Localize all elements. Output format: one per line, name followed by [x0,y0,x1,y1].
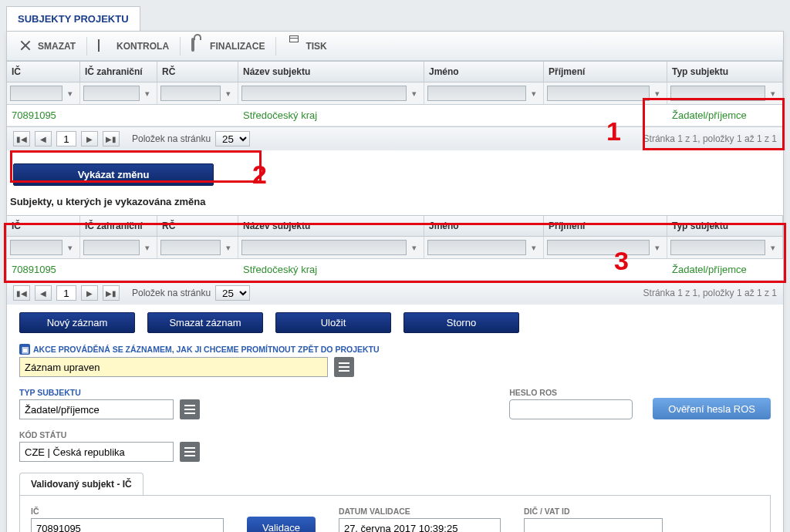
filter-ic[interactable] [10,86,62,101]
list-picker-icon[interactable] [180,399,200,419]
filter-ic-zahranicni[interactable] [83,240,140,255]
datum-validace-input[interactable] [339,518,501,532]
toolbar-kontrola[interactable]: KONTROLA [90,36,177,56]
cell-prijmeni [544,105,667,126]
ulozit-button[interactable]: Uložit [275,312,391,333]
filter-rc[interactable] [160,240,221,255]
smazat-zaznam-button[interactable]: Smazat záznam [147,312,263,333]
cell-nazev: Středočeský kraj [238,259,424,280]
filter-rc[interactable] [160,86,221,101]
pager-size-select[interactable]: 25 [215,131,250,146]
funnel-icon[interactable]: ▾ [141,240,154,255]
tab-validovany-subjekt[interactable]: Validovaný subjekt - IČ [19,473,143,495]
col-header-rc[interactable]: RČ [157,216,238,236]
table-row[interactable]: 70891095 Středočeský kraj Žadatel/příjem… [7,105,783,126]
filter-jmeno[interactable] [427,240,526,255]
toolbar-finalizace[interactable]: FINALIZACE [184,36,272,56]
funnel-icon[interactable]: ▾ [64,86,76,101]
col-header-ic-zahranicni[interactable]: IČ zahraniční [80,216,157,236]
overeni-hesla-ros-button[interactable]: Ověření hesla ROS [653,398,771,419]
typ-subjektu-input[interactable] [19,399,174,419]
funnel-icon[interactable]: ▾ [222,86,235,101]
funnel-icon[interactable]: ▾ [222,240,235,255]
pager: ▮◀ ◀ ▶ ▶▮ Položek na stránku 25 Stránka … [7,281,783,305]
heslo-ros-label: HESLO ROS [509,388,633,397]
cell-jmeno [424,259,544,280]
tab-subjekty-projektu[interactable]: SUBJEKTY PROJEKTU [6,6,140,31]
separator [86,37,87,56]
storno-button[interactable]: Storno [403,312,519,333]
annotation-2: 2 [252,160,267,190]
funnel-icon[interactable]: ▾ [64,240,76,255]
heslo-ros-input[interactable] [509,399,633,419]
toolbar-smazat[interactable]: SMAZAT [12,36,83,56]
pager: ▮◀ ◀ ▶ ▶▮ Položek na stránku 25 Stránka … [7,126,783,150]
funnel-icon[interactable]: ▾ [767,240,779,255]
filter-ic-zahranicni[interactable] [83,86,140,101]
pager-next-button[interactable]: ▶ [81,285,98,301]
lock-icon [191,39,205,53]
col-header-rc[interactable]: RČ [157,62,238,82]
col-header-typ[interactable]: Typ subjektu [667,62,783,82]
toolbar-tisk[interactable]: TISK [279,36,334,56]
list-picker-icon[interactable] [334,357,354,377]
funnel-icon[interactable]: ▾ [141,86,154,101]
datum-validace-label: DATUM VALIDACE [339,507,501,516]
annotation-1: 1 [606,116,621,146]
toolbar-kontrola-label: KONTROLA [116,41,169,52]
filter-prijmeni[interactable] [547,86,650,101]
col-header-jmeno[interactable]: Jméno [424,216,544,236]
pager-first-button[interactable]: ▮◀ [13,285,30,301]
pager-last-button[interactable]: ▶▮ [103,285,120,301]
funnel-icon[interactable]: ▾ [528,86,540,101]
dic-input[interactable] [524,518,663,532]
col-header-ic[interactable]: IČ [7,216,80,236]
pager-size-select[interactable]: 25 [215,285,250,301]
ic-input[interactable] [31,518,224,532]
col-header-nazev[interactable]: Název subjektu [238,62,424,82]
filter-typ[interactable] [670,86,765,101]
grid-subjekty: IČ IČ zahraniční RČ Název subjektu Jméno… [7,61,783,150]
novy-zaznam-button[interactable]: Nový záznam [19,312,135,333]
col-header-typ[interactable]: Typ subjektu [667,216,783,236]
funnel-icon[interactable]: ▾ [408,240,420,255]
filter-jmeno[interactable] [427,86,526,101]
pager-last-button[interactable]: ▶▮ [103,131,120,146]
funnel-icon[interactable]: ▾ [528,240,540,255]
cell-rc [157,259,238,280]
pager-size-label: Položek na stránku [132,133,211,144]
col-header-prijmeni[interactable]: Příjmení [544,62,667,82]
pager-prev-button[interactable]: ◀ [35,285,52,301]
col-header-ic[interactable]: IČ [7,62,80,82]
col-header-jmeno[interactable]: Jméno [424,62,544,82]
pager-next-button[interactable]: ▶ [81,131,98,146]
funnel-icon[interactable]: ▾ [767,86,779,101]
filter-ic[interactable] [10,240,62,255]
table-row[interactable]: 70891095 Středočeský kraj Žadatel/příjem… [7,259,783,281]
kod-statu-input[interactable] [19,442,174,462]
list-picker-icon[interactable] [180,442,200,462]
typ-subjektu-label: TYP SUBJEKTU [19,388,200,397]
col-header-prijmeni[interactable]: Příjmení [544,216,667,236]
pager-page-input[interactable] [56,285,76,301]
pager-prev-button[interactable]: ◀ [35,131,52,146]
funnel-icon[interactable]: ▾ [408,86,420,101]
filter-prijmeni[interactable] [547,240,650,255]
validace-button[interactable]: Validace [247,517,316,532]
funnel-icon[interactable]: ▾ [651,86,663,101]
cell-typ: Žadatel/příjemce [667,259,783,280]
vykazat-zmenu-button[interactable]: Vykázat změnu [13,163,214,186]
filter-nazev[interactable] [241,86,407,101]
filter-nazev[interactable] [241,240,407,255]
akce-input[interactable] [19,357,328,377]
pager-page-input[interactable] [56,131,76,146]
col-header-ic-zahranicni[interactable]: IČ zahraniční [80,62,157,82]
cell-ic-zahranicni [80,259,157,280]
toolbar-smazat-label: SMAZAT [38,41,76,52]
print-icon [287,39,301,53]
filter-typ[interactable] [670,240,765,255]
funnel-icon[interactable]: ▾ [651,240,663,255]
pager-first-button[interactable]: ▮◀ [13,131,30,146]
separator [275,37,276,56]
col-header-nazev[interactable]: Název subjektu [238,216,424,236]
